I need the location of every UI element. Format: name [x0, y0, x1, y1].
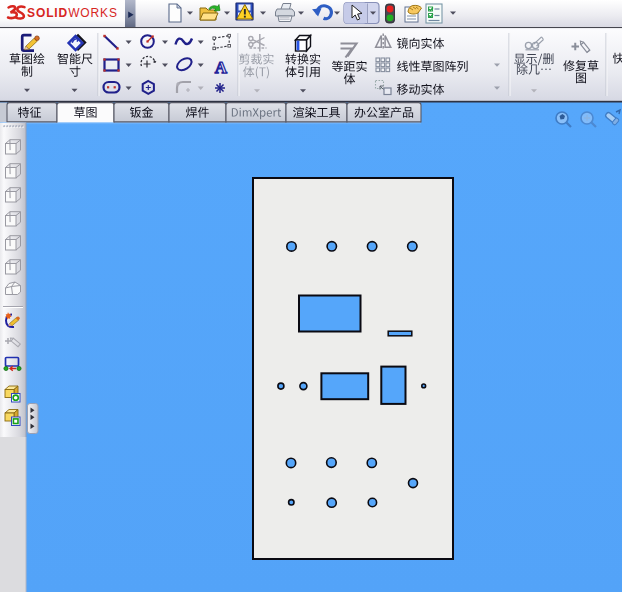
svg-text:A: A	[215, 58, 228, 77]
svg-text:SOLIDWORKS: SOLIDWORKS	[27, 6, 118, 20]
